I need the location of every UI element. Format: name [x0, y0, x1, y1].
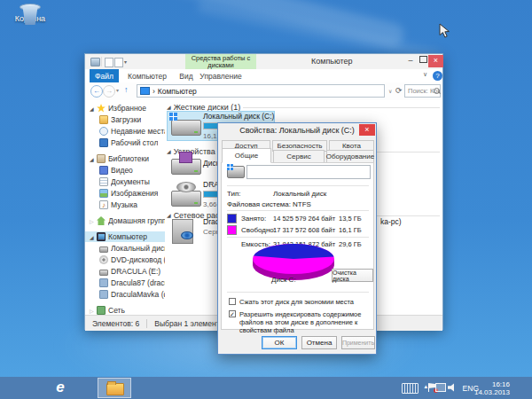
sidebar-item-pictures[interactable]: Изображения	[85, 188, 165, 199]
sidebar-item-dvd-drive[interactable]: DVD-дисковод (D:)	[85, 254, 165, 265]
sidebar-item-local-disk-c[interactable]: Локальный диск (C:)	[85, 243, 165, 254]
free-color-swatch	[227, 225, 237, 235]
expander-icon[interactable]: ▷	[90, 308, 97, 314]
cancel-button[interactable]: Отмена	[301, 336, 337, 349]
refresh-icon[interactable]: ⟳	[395, 86, 403, 95]
removable-drive-icon	[99, 270, 108, 276]
hard-drive-icon	[171, 120, 201, 136]
clock-date: 14.03.2013	[474, 388, 510, 396]
address-bar[interactable]: › Компьютер	[137, 84, 385, 98]
minimize-button[interactable]: –	[404, 55, 417, 67]
expander-icon[interactable]: ◢	[90, 156, 97, 162]
qat-new-folder-icon[interactable]	[114, 58, 123, 67]
desktop-icon	[99, 138, 108, 147]
folder-icon	[106, 383, 124, 395]
network-tray-icon[interactable]	[435, 383, 446, 392]
expander-icon[interactable]: ◢	[90, 234, 97, 240]
sidebar-label: Компьютер	[108, 232, 147, 241]
sidebar-item-recent-places[interactable]: Недавние места	[85, 126, 165, 137]
windows-flag-icon	[169, 113, 177, 121]
sidebar-item-libraries[interactable]: ◢ Библиотеки	[85, 153, 165, 164]
used-bytes: 14 525 579 264 байт	[273, 215, 335, 223]
pie-caption: Диск C:	[271, 276, 296, 284]
compress-checkbox-label[interactable]: Сжать этот диск для экономии места	[239, 298, 369, 306]
disk-cleanup-button[interactable]: Очистка диска	[332, 269, 373, 282]
address-dropdown-icon[interactable]: ∨	[388, 88, 392, 94]
tab-manage[interactable]: Управление	[197, 69, 245, 82]
volume-icon[interactable]	[448, 383, 457, 392]
sidebar-label: Домашняя группа	[108, 216, 165, 225]
sidebar-item-music[interactable]: ♪ Музыка	[85, 200, 165, 210]
dvd-drive-icon	[99, 255, 108, 264]
qat-properties-icon[interactable]	[105, 58, 113, 67]
sidebar-label: DVD-дисковод (D:)	[111, 255, 165, 264]
ok-button[interactable]: ОК	[262, 336, 297, 349]
network-pc-icon	[99, 278, 108, 287]
address-row: ← → ▾ ↑ › Компьютер ∨ ⟳ Поиск: Компьютер	[85, 82, 442, 101]
forward-button[interactable]: →	[103, 85, 115, 98]
libraries-icon	[97, 154, 106, 163]
sidebar-item-homegroup[interactable]: ▷ Домашняя группа	[85, 215, 165, 226]
ribbon-expand-icon[interactable]: ∨	[423, 71, 427, 78]
tab-general[interactable]: Общие	[222, 148, 271, 163]
close-button[interactable]: ×	[428, 55, 443, 67]
tab-hardware[interactable]: Оборудование	[326, 150, 374, 163]
tab-file[interactable]: Файл	[90, 69, 119, 82]
filesystem-label: Файловая система:	[227, 200, 291, 208]
dvd-drive-icon[interactable]	[171, 191, 201, 207]
tab-view[interactable]: Вид	[174, 69, 199, 82]
tab-tools[interactable]: Сервис	[273, 150, 325, 163]
type-value: Локальный диск	[273, 190, 326, 198]
drive-name: Локальный диск (C:)	[203, 112, 274, 121]
file-explorer-taskbar-button[interactable]	[98, 378, 131, 398]
sidebar-label: Видео	[111, 166, 133, 175]
touch-keyboard-icon[interactable]	[402, 383, 419, 394]
sidebar-item-favorites[interactable]: ◢ Избранное	[85, 103, 165, 113]
sidebar-label: Недавние места	[111, 127, 165, 136]
volume-label-input[interactable]	[246, 165, 371, 179]
sidebar-item-dracula-e[interactable]: DRACULA (E:)	[85, 266, 165, 277]
documents-icon	[99, 177, 108, 186]
sidebar-label: Dracula87 (dracula-pc)	[111, 278, 165, 287]
group-collapse-icon[interactable]: ◢	[167, 212, 171, 218]
breadcrumb[interactable]: Компьютер	[158, 87, 197, 96]
system-menu-icon[interactable]	[90, 58, 100, 66]
sidebar-label: Изображения	[111, 189, 158, 198]
title-bar[interactable]: ▾ Средства работы с дисками Компьютер – …	[85, 54, 442, 69]
sidebar-item-downloads[interactable]: Загрузки	[85, 114, 165, 125]
recycle-bin[interactable]: Корзина	[11, 5, 50, 23]
dialog-close-button[interactable]: ×	[359, 124, 375, 136]
sidebar-item-computer[interactable]: ◢ Компьютер	[85, 231, 165, 242]
help-icon[interactable]: ?	[433, 71, 442, 81]
sidebar-label: DraculaMavka (dracula-mavka-pc)	[111, 290, 165, 299]
sidebar-item-videos[interactable]: Видео	[85, 165, 165, 176]
maximize-button[interactable]	[417, 55, 429, 67]
floppy-disk-icon	[179, 152, 192, 163]
qat-dropdown-icon[interactable]: ▾	[124, 59, 127, 65]
breadcrumb-arrow: ›	[153, 87, 155, 96]
index-checkbox[interactable]: ✓	[229, 310, 236, 317]
sidebar-item-dracula87[interactable]: Dracula87 (dracula-pc)	[85, 278, 165, 288]
expander-icon[interactable]: ◢	[90, 106, 97, 112]
index-checkbox-label[interactable]: Разрешить индексировать содержимое файло…	[239, 310, 369, 334]
sidebar-item-desktop[interactable]: Рабочий стол	[85, 137, 165, 148]
compress-checkbox[interactable]	[229, 298, 236, 305]
history-dropdown-icon[interactable]: ▾	[116, 87, 119, 93]
homegroup-icon	[97, 216, 106, 225]
apply-button[interactable]: Применить	[341, 336, 375, 349]
up-button[interactable]: ↑	[124, 85, 129, 94]
sidebar-item-draculamavka[interactable]: DraculaMavka (dracula-mavka-pc)	[85, 289, 165, 300]
filesystem-value: NTFS	[293, 200, 311, 208]
back-button[interactable]: ←	[90, 85, 103, 98]
sidebar-item-documents[interactable]: Документы	[85, 176, 165, 187]
internet-explorer-icon[interactable]: e	[49, 377, 72, 399]
search-icon[interactable]	[434, 88, 440, 94]
clock[interactable]: 16:16 14.03.2013	[474, 380, 510, 396]
tab-computer[interactable]: Компьютер	[122, 69, 172, 82]
recent-places-icon	[99, 127, 108, 136]
group-collapse-icon[interactable]: ◢	[167, 148, 171, 154]
sidebar-item-network[interactable]: ▷ Сеть	[85, 305, 165, 315]
group-collapse-icon[interactable]: ◢	[167, 104, 171, 110]
expander-icon[interactable]: ▷	[90, 218, 97, 224]
tray-expand-icon[interactable]: ▴	[424, 383, 427, 390]
